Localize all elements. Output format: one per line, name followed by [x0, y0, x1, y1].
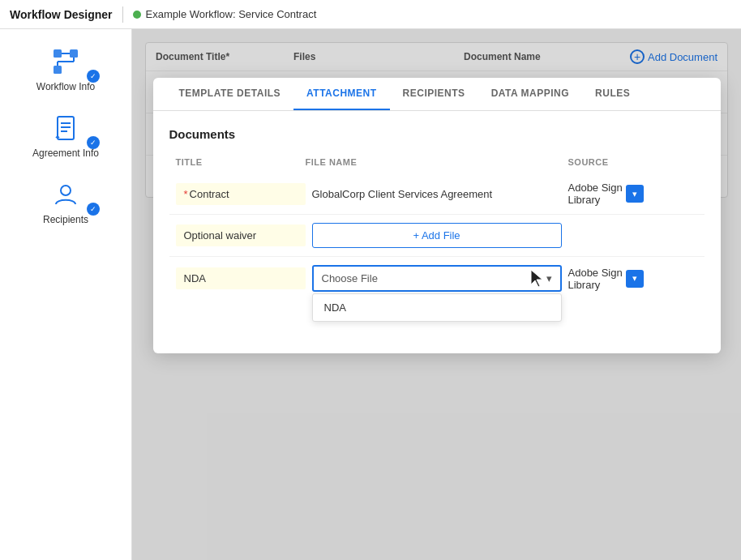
dropdown-option-nda[interactable]: NDA	[313, 294, 561, 321]
workflow-icon: ✓	[49, 45, 82, 78]
tab-rules[interactable]: RULES	[582, 78, 643, 110]
inner-row-nda: NDA Choose File ▾ NDA	[169, 257, 705, 300]
inner-title-nda: NDA	[176, 267, 306, 289]
modal-body: Documents TITLE FILE NAME SOURCE *Contra…	[153, 111, 721, 313]
tab-data-mapping[interactable]: DATA MAPPING	[478, 78, 582, 110]
inner-row-optional-waiver: Optional waiver + Add File	[169, 215, 705, 257]
tab-attachment[interactable]: ATTACHMENT	[293, 78, 390, 110]
inner-filename-nda: Choose File ▾ NDA	[306, 265, 568, 292]
modal-overlay: TEMPLATE DETAILS ATTACHMENT RECIPIENTS D…	[132, 29, 741, 560]
check-badge-workflow: ✓	[87, 70, 100, 83]
choose-file-wrapper: Choose File ▾ NDA	[312, 265, 562, 292]
inner-source-nda: Adobe SignLibrary ▾	[568, 267, 698, 291]
svg-rect-0	[54, 49, 62, 58]
add-file-button[interactable]: + Add File	[312, 223, 562, 248]
source-dropdown-nda[interactable]: ▾	[626, 270, 644, 288]
sidebar-label-workflow: Workflow Info	[36, 81, 95, 92]
app-header: Workflow Designer Example Workflow: Serv…	[0, 0, 741, 29]
sidebar-item-workflow-info[interactable]: ✓ Workflow Info	[9, 37, 122, 100]
tab-template-details[interactable]: TEMPLATE DETAILS	[166, 78, 294, 110]
agreement-icon: ✓	[49, 112, 82, 144]
documents-section-title: Documents	[169, 127, 705, 141]
content-area: Document Title* Files Document Name + Ad…	[132, 29, 741, 560]
svg-rect-2	[54, 66, 62, 74]
app-title: Workflow Designer	[10, 8, 113, 21]
recipients-icon: ✓	[49, 178, 82, 211]
sidebar-label-recipients: Recipients	[43, 214, 88, 225]
modal-tabs: TEMPLATE DETAILS ATTACHMENT RECIPIENTS D…	[153, 78, 721, 111]
required-star-contract: *	[184, 188, 188, 200]
inner-col-title: TITLE	[176, 157, 306, 167]
inner-filename-contract: GlobalCorp Client Services Agreement	[306, 188, 568, 200]
inner-source-contract: Adobe SignLibrary ▾	[568, 182, 698, 206]
source-dropdown-contract[interactable]: ▾	[626, 185, 644, 203]
workflow-name: Example Workflow: Service Contract	[133, 8, 317, 20]
choose-file-arrow-icon: ▾	[546, 272, 552, 284]
sidebar: ✓ Workflow Info ✓ Agreement Info	[0, 29, 132, 560]
inner-col-filename: FILE NAME	[306, 157, 568, 167]
sidebar-label-agreement: Agreement Info	[32, 147, 99, 159]
check-badge-agreement: ✓	[87, 136, 100, 149]
dropdown-arrow-contract[interactable]: ▾	[626, 185, 644, 203]
check-badge-recipients: ✓	[87, 203, 100, 216]
inner-title-optional: Optional waiver	[176, 224, 306, 246]
tab-recipients[interactable]: RECIPIENTS	[390, 78, 478, 110]
inner-title-contract: *Contract	[176, 183, 306, 205]
sidebar-item-recipients[interactable]: ✓ Recipients	[9, 170, 122, 233]
inner-table-header: TITLE FILE NAME SOURCE	[169, 152, 705, 172]
inner-filename-optional: + Add File	[306, 223, 568, 248]
inner-row-contract: *Contract GlobalCorp Client Services Agr…	[169, 173, 705, 215]
sidebar-item-agreement-info[interactable]: ✓ Agreement Info	[9, 104, 122, 167]
choose-file-select[interactable]: Choose File ▾	[312, 265, 562, 292]
dropdown-arrow-nda[interactable]: ▾	[626, 270, 644, 288]
attachment-modal: TEMPLATE DETAILS ATTACHMENT RECIPIENTS D…	[153, 78, 721, 353]
svg-point-11	[61, 186, 71, 195]
status-indicator	[133, 11, 141, 19]
cursor	[529, 268, 546, 292]
choose-file-dropdown: NDA	[312, 293, 562, 322]
main-layout: ✓ Workflow Info ✓ Agreement Info	[0, 29, 741, 560]
header-divider	[122, 6, 123, 23]
inner-col-source: SOURCE	[568, 157, 698, 167]
svg-rect-1	[70, 49, 78, 58]
